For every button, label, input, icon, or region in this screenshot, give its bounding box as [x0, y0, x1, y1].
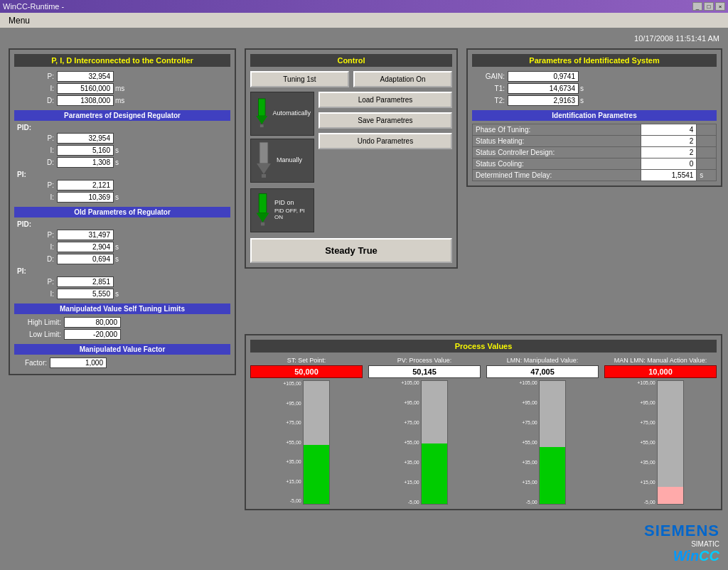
cooling-value: 0: [641, 158, 697, 170]
gain-label: GAIN:: [472, 72, 508, 80]
old-regulator-header: Old Parametres of Regulator: [14, 207, 230, 217]
value-p: 32,954: [57, 71, 114, 82]
label: D:: [14, 158, 57, 166]
center-panel-title: Control: [250, 54, 452, 67]
valve-icon-auto: [254, 95, 269, 131]
label: P:: [14, 231, 57, 239]
value: 80,000: [64, 317, 121, 328]
t2-label: T2:: [472, 97, 508, 104]
logo-area: SIEMENS SIMATIC WinCC: [644, 522, 719, 564]
controller-value: 2: [641, 147, 697, 158]
wincc-logo: WinCC: [644, 548, 719, 564]
table-row: Status Controller Design: 2: [473, 147, 717, 158]
steady-true-button[interactable]: Steady True: [250, 238, 452, 263]
value: 1,308: [57, 157, 114, 168]
label: I:: [14, 146, 57, 154]
svg-rect-2: [260, 124, 264, 127]
menu-bar: Menu: [0, 13, 728, 28]
valve-icon-pid: [254, 192, 272, 227]
delay-label: Determined Time Delay:: [473, 170, 641, 181]
auto-toggle: Automatically: [250, 92, 314, 136]
unit: s: [115, 146, 119, 154]
label: P:: [14, 134, 57, 142]
label: D:: [14, 255, 57, 263]
control-area: Automatically Manually: [250, 92, 452, 232]
menu-item-menu[interactable]: Menu: [4, 14, 34, 27]
center-panel: Control Tuning 1st Adaptation On Auto: [245, 48, 458, 269]
bar-man: [657, 380, 684, 505]
svg-rect-6: [259, 194, 267, 213]
old-pid-p: P: 31,497: [14, 230, 230, 240]
designed-pid-d: D: 1,308 s: [14, 157, 230, 168]
designed-pid-i: I: 5,160 s: [14, 145, 230, 156]
gauge-pv-value: 50,145: [368, 365, 481, 378]
old-pi-p: P: 2,851: [14, 276, 230, 287]
siemens-logo-text: SIEMENS: [644, 522, 719, 540]
load-params-button[interactable]: Load Parametres: [318, 92, 452, 108]
label-i: I:: [14, 85, 57, 92]
controller-unit: [697, 147, 717, 158]
label: High Limit:: [14, 318, 64, 326]
designed-pid-p: P: 32,954: [14, 133, 230, 144]
pid-label: PID:: [17, 124, 230, 131]
close-button[interactable]: ×: [715, 2, 725, 11]
right-panel: Parametres of Identificated System GAIN:…: [466, 48, 722, 187]
t1-row: T1: 14,6734 s: [472, 83, 717, 94]
gauge-lmn-title: LMN: Manipulated Value:: [486, 357, 599, 364]
gain-value: 0,9741: [508, 71, 579, 82]
adaptation-button[interactable]: Adaptation On: [353, 71, 452, 87]
old-pid-i: I: 2,904 s: [14, 242, 230, 252]
gauge-man: MAN LMN: Manual Action Value: 10,000 +10…: [604, 357, 717, 505]
id-params-header: Identification Parametres: [472, 110, 717, 121]
gauge-man-value: 10,000: [604, 365, 717, 378]
datetime-display: 10/17/2008 11:51:41 AM: [634, 34, 719, 43]
label: P:: [14, 181, 57, 189]
value: 5,550: [57, 289, 114, 299]
scale-lmn: +105,00+95,00+75,00+55,00+35,00+15,00-5,…: [519, 380, 537, 505]
old-pid-section: PID: P: 31,497 I: 2,904 s D: 0,694 s PI:…: [14, 220, 230, 299]
heating-unit: [697, 136, 717, 147]
manual-label: Manually: [277, 156, 302, 163]
valve-icon-manual: [254, 142, 274, 178]
unit: s: [115, 290, 119, 298]
pid-on-section: PID on PID OFF, PI ON: [250, 188, 314, 232]
factor-row: Factor: 1,000: [14, 357, 230, 368]
cooling-label: Status Cooling:: [473, 158, 641, 170]
pi-label: PI:: [17, 171, 230, 178]
gauge-st-value: 50,000: [250, 365, 363, 378]
manual-toggle: Manually: [250, 139, 314, 183]
bar-lmn: [539, 380, 566, 505]
minimize-button[interactable]: _: [692, 2, 702, 11]
t2-value: 2,9163: [508, 95, 579, 106]
pid-interconnected-section: P: 32,954 I: 5160,000 ms D: 1308,000 ms: [14, 71, 230, 106]
cooling-unit: [697, 158, 717, 170]
gauge-pv-bar-area: +105,00+95,00+75,00+55,00+35,00+15,00-5,…: [368, 380, 481, 505]
old-pi-label: PI:: [17, 267, 230, 275]
designed-pi-p: P: 2,121: [14, 180, 230, 190]
heating-label: Status Heating:: [473, 136, 641, 147]
phase-unit: [697, 124, 717, 136]
scale-man: +105,00+95,00+75,00+55,00+35,00+15,00-5,…: [637, 380, 655, 505]
value-d: 1308,000: [57, 95, 114, 106]
value: 2,904: [57, 242, 114, 252]
old-pid-d: D: 0,694 s: [14, 254, 230, 264]
simatic-text: SIMATIC: [644, 540, 719, 548]
unit: s: [115, 243, 119, 251]
value: 2,851: [57, 276, 114, 287]
gauge-man-bar-area: +105,00+95,00+75,00+55,00+35,00+15,00-5,…: [604, 380, 717, 505]
phase-value: 4: [641, 124, 697, 136]
save-params-button[interactable]: Save Parametres: [318, 112, 452, 129]
designed-pid-section: PID: P: 32,954 I: 5,160 s D: 1,308 s PI:…: [14, 124, 230, 203]
undo-params-button[interactable]: Undo Parametres: [318, 133, 452, 149]
gauge-lmn-value: 47,005: [486, 365, 599, 378]
tuning-button[interactable]: Tuning 1st: [250, 71, 349, 87]
designed-regulator-header: Parametres of Designed Regulator: [14, 110, 230, 121]
wincc-cc: CC: [699, 548, 719, 564]
unit-i: ms: [115, 85, 124, 92]
value: 31,497: [57, 230, 114, 240]
maximize-button[interactable]: □: [704, 2, 714, 11]
bar-fill-pv: [422, 443, 447, 504]
title-bar-buttons: _ □ ×: [692, 2, 725, 11]
unit: s: [115, 193, 119, 201]
form-row-i: I: 5160,000 ms: [14, 83, 230, 94]
